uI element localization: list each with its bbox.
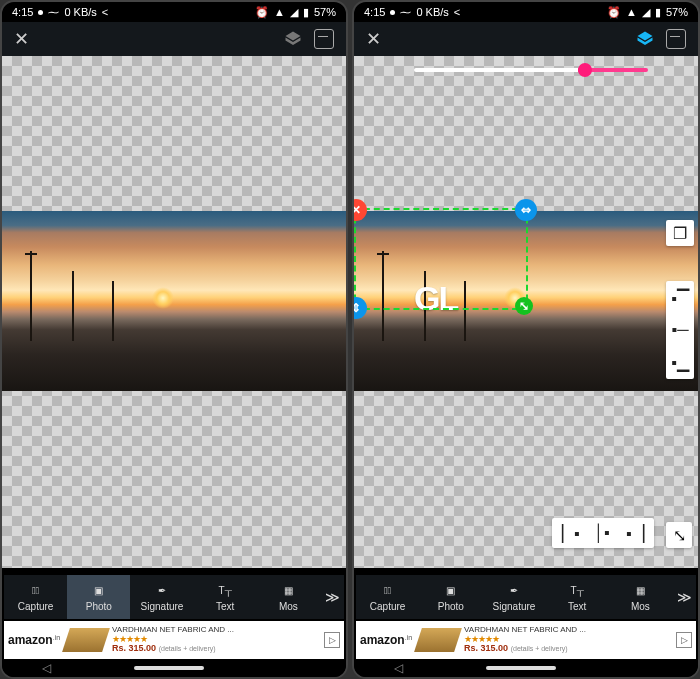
- canvas[interactable]: [2, 56, 346, 568]
- system-nav: ◁: [354, 659, 698, 677]
- text-icon: T┬: [219, 583, 232, 599]
- ad-banner[interactable]: amazon.in VARDHMAN NET FABRIC AND ... ★★…: [356, 621, 696, 659]
- ad-details: (details + delivery): [159, 645, 216, 652]
- nav-back-button[interactable]: ◁: [42, 661, 51, 675]
- tool-label: Signature: [493, 601, 536, 612]
- status-bar: 4:15 ⁓ 0 KB/s < ⏰ ▲ ◢ ▮ 57%: [354, 2, 698, 22]
- tool-capture[interactable]: ◯⃞Capture: [356, 575, 419, 619]
- status-bar: 4:15 ⁓ 0 KB/s < ⏰ ▲ ◢ ▮ 57%: [2, 2, 346, 22]
- more-tools-button[interactable]: ≫: [320, 589, 344, 605]
- camera-icon: ◯⃞: [32, 583, 39, 599]
- delete-handle[interactable]: ✕: [352, 199, 367, 221]
- tool-signature[interactable]: ✒Signature: [130, 575, 193, 619]
- nav-back-button[interactable]: ◁: [394, 661, 403, 675]
- close-button[interactable]: ✕: [366, 28, 381, 50]
- status-left: 4:15 ⁓ 0 KB/s <: [12, 6, 108, 19]
- save-icon[interactable]: [314, 29, 334, 49]
- more-tools-button[interactable]: ≫: [672, 589, 696, 605]
- ad-play-icon[interactable]: ▷: [676, 632, 692, 648]
- ad-play-icon[interactable]: ▷: [324, 632, 340, 648]
- nav-home-button[interactable]: [486, 666, 556, 670]
- signature-icon: ✒: [510, 583, 518, 599]
- save-icon[interactable]: [666, 29, 686, 49]
- tool-photo[interactable]: ▣Photo: [67, 575, 130, 619]
- photo-layer[interactable]: [2, 211, 346, 391]
- battery-icon: ▮: [303, 6, 309, 19]
- selection-box[interactable]: ✕ ⇔ ⇕ ⤡: [354, 208, 528, 310]
- signal-icon: ◢: [290, 6, 298, 19]
- camera-icon: ◯⃞: [384, 583, 391, 599]
- tool-text[interactable]: T┬Text: [546, 575, 609, 619]
- tool-label: Photo: [438, 601, 464, 612]
- sun-graphic: [152, 287, 174, 309]
- alarm-icon: ⏰: [255, 6, 269, 19]
- align-center-icon[interactable]: │▪: [594, 524, 612, 542]
- nav-home-button[interactable]: [134, 666, 204, 670]
- dot-icon: [390, 10, 395, 15]
- share-icon: <: [454, 6, 460, 18]
- align-bottom-icon[interactable]: ▪▁: [671, 353, 689, 371]
- pole-graphic: [72, 271, 74, 341]
- close-button[interactable]: ✕: [14, 28, 29, 50]
- status-right: ⏰ ▲ ◢ ▮ 57%: [255, 6, 336, 19]
- slider-thumb[interactable]: [578, 63, 592, 77]
- align-middle-icon[interactable]: ▪─: [671, 321, 689, 339]
- ad-brand: amazon.in: [360, 633, 412, 647]
- duplicate-icon[interactable]: ❐: [671, 224, 689, 242]
- net-speed-unit: KB/s: [74, 6, 97, 18]
- photo-icon: ▣: [446, 583, 455, 599]
- ad-stars: ★★★★★: [112, 634, 147, 644]
- tool-capture[interactable]: ◯⃞Capture: [4, 575, 67, 619]
- wifi-icon: ▲: [626, 6, 637, 18]
- tool-label: Mos: [631, 601, 650, 612]
- alarm-icon: ⏰: [607, 6, 621, 19]
- phone-right: 4:15 ⁓ 0 KB/s < ⏰ ▲ ◢ ▮ 57% ✕: [352, 0, 700, 679]
- signal-icon: ◢: [642, 6, 650, 19]
- ad-brand: amazon.in: [8, 633, 60, 647]
- system-nav: ◁: [2, 659, 346, 677]
- opacity-slider[interactable]: [414, 68, 648, 72]
- collapse-icon[interactable]: ⤡: [666, 522, 692, 548]
- dot-icon: [38, 10, 43, 15]
- signature-icon: ✒: [158, 583, 166, 599]
- resize-handle[interactable]: ⤡: [515, 297, 533, 315]
- layers-icon[interactable]: [284, 30, 302, 48]
- tool-label: Signature: [141, 601, 184, 612]
- canvas[interactable]: GL ✕ ⇔ ⇕ ⤡ ❐ ▪▔ ▪─ ▪▁ ▏▪ │▪ ▪▕ ⤡: [354, 56, 698, 568]
- tool-signature[interactable]: ✒Signature: [482, 575, 545, 619]
- ad-stars: ★★★★★: [464, 634, 499, 644]
- align-left-icon[interactable]: ▏▪: [562, 524, 580, 542]
- tool-label: Photo: [86, 601, 112, 612]
- copy-panel: ❐: [666, 220, 694, 246]
- tool-mosaic[interactable]: ▦Mos: [257, 575, 320, 619]
- tool-photo[interactable]: ▣Photo: [419, 575, 482, 619]
- status-right: ⏰ ▲ ◢ ▮ 57%: [607, 6, 688, 19]
- ad-image: [62, 628, 110, 652]
- mosaic-icon: ▦: [636, 583, 645, 599]
- status-left: 4:15 ⁓ 0 KB/s <: [364, 6, 460, 19]
- phone-left: 4:15 ⁓ 0 KB/s < ⏰ ▲ ◢ ▮ 57% ✕: [0, 0, 348, 679]
- align-right-icon[interactable]: ▪▕: [626, 524, 644, 542]
- photo-icon: ▣: [94, 583, 103, 599]
- align-top-icon[interactable]: ▪▔: [671, 289, 689, 307]
- flip-horizontal-handle[interactable]: ⇔: [515, 199, 537, 221]
- tool-mosaic[interactable]: ▦Mos: [609, 575, 672, 619]
- battery-pct: 57%: [666, 6, 688, 18]
- layers-icon[interactable]: [636, 30, 654, 48]
- clock: 4:15: [12, 6, 33, 18]
- align-vertical-panel: ▪▔ ▪─ ▪▁: [666, 281, 694, 379]
- net-speed-val: 0: [416, 6, 422, 18]
- net-speed-unit: KB/s: [426, 6, 449, 18]
- ad-price: Rs. 315.00: [464, 643, 508, 653]
- text-icon: T┬: [571, 583, 584, 599]
- tool-strip: ◯⃞Capture ▣Photo ✒Signature T┬Text ▦Mos …: [4, 575, 344, 619]
- wifi-icon: ▲: [274, 6, 285, 18]
- pole-graphic: [30, 251, 32, 341]
- tool-label: Capture: [18, 601, 54, 612]
- align-horizontal-panel: ▏▪ │▪ ▪▕: [552, 518, 654, 548]
- ad-banner[interactable]: amazon.in VARDHMAN NET FABRIC AND ... ★★…: [4, 621, 344, 659]
- tool-text[interactable]: T┬Text: [194, 575, 257, 619]
- ad-image: [414, 628, 462, 652]
- cloud-icon: ⁓: [400, 6, 411, 19]
- net-speed-val: 0: [64, 6, 70, 18]
